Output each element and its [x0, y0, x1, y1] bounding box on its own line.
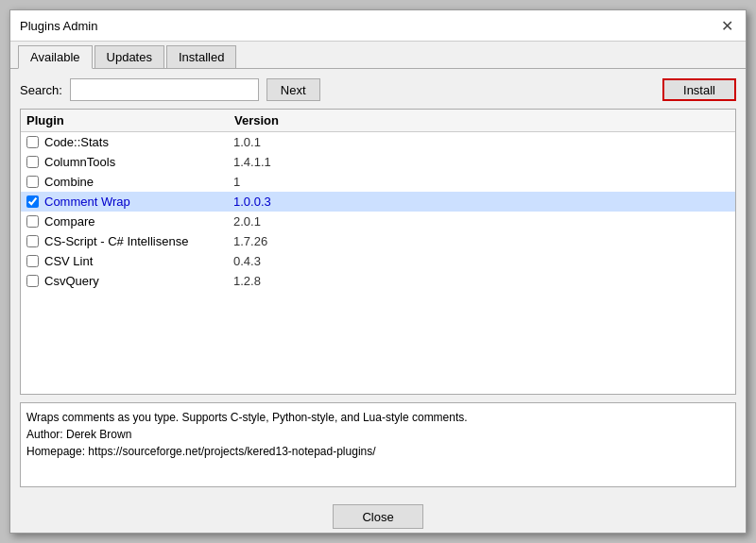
plugin-name: CsvQuery	[44, 274, 233, 288]
description-line: Homepage: https://sourceforge.net/projec…	[26, 443, 730, 460]
table-row[interactable]: CSV Lint0.4.3	[21, 251, 735, 271]
tab-available[interactable]: Available	[18, 45, 93, 69]
description-line: Wraps comments as you type. Supports C-s…	[26, 409, 730, 426]
column-plugin: Plugin	[26, 113, 234, 127]
plugin-list-scroll[interactable]: Code::Stats1.0.1ColumnTools1.4.1.1Combin…	[21, 132, 735, 394]
window-title: Plugins Admin	[20, 19, 97, 33]
plugin-version: 2.0.1	[233, 214, 328, 229]
search-label: Search:	[20, 83, 62, 97]
plugin-checkbox[interactable]	[26, 136, 39, 148]
plugin-version: 1.0.0.3	[233, 195, 328, 209]
window-close-button[interactable]: ✕	[717, 16, 736, 35]
plugin-name: Code::Stats	[44, 135, 233, 149]
column-version: Version	[234, 113, 329, 127]
plugin-checkbox[interactable]	[26, 195, 39, 208]
plugin-version: 1.0.1	[233, 135, 328, 149]
search-row: Search: Next Install	[20, 78, 736, 101]
plugin-name: Comment Wrap	[44, 195, 233, 209]
table-row[interactable]: Combine1	[21, 172, 735, 192]
table-row[interactable]: CsvQuery1.2.8	[21, 271, 735, 291]
plugin-checkbox[interactable]	[26, 275, 39, 287]
plugin-checkbox[interactable]	[26, 176, 39, 188]
plugin-checkbox[interactable]	[26, 156, 39, 168]
plugin-list-header: Plugin Version	[21, 110, 735, 132]
plugin-version: 1.4.1.1	[233, 155, 328, 169]
tab-installed[interactable]: Installed	[166, 45, 236, 68]
tab-bar: Available Updates Installed	[10, 42, 746, 69]
next-button[interactable]: Next	[266, 78, 320, 101]
plugin-version: 1.7.26	[233, 234, 328, 248]
search-input[interactable]	[70, 78, 259, 101]
plugin-checkbox[interactable]	[26, 235, 39, 247]
table-row[interactable]: CS-Script - C# Intellisense1.7.26	[21, 231, 735, 251]
plugin-list-container: Plugin Version Code::Stats1.0.1ColumnToo…	[20, 109, 736, 395]
plugin-version: 0.4.3	[233, 254, 328, 268]
plugin-name: CS-Script - C# Intellisense	[44, 234, 233, 248]
description-line: Author: Derek Brown	[26, 426, 730, 443]
table-row[interactable]: Code::Stats1.0.1	[21, 132, 735, 152]
title-bar: Plugins Admin ✕	[10, 10, 746, 42]
plugins-admin-dialog: Plugins Admin ✕ Available Updates Instal…	[9, 9, 747, 534]
plugin-name: ColumnTools	[44, 155, 233, 169]
plugin-name: CSV Lint	[44, 254, 233, 268]
tab-updates[interactable]: Updates	[94, 45, 164, 68]
plugin-checkbox[interactable]	[26, 255, 39, 267]
main-content: Search: Next Install Plugin Version Code…	[10, 69, 746, 497]
plugin-version: 1.2.8	[233, 274, 328, 288]
table-row[interactable]: Compare2.0.1	[21, 212, 735, 231]
plugin-version: 1	[233, 175, 328, 189]
table-row[interactable]: Comment Wrap1.0.0.3	[21, 192, 735, 212]
plugin-name: Combine	[44, 175, 233, 189]
bottom-row: Close	[10, 497, 746, 533]
plugin-name: Compare	[44, 214, 233, 229]
install-button[interactable]: Install	[662, 78, 736, 101]
table-row[interactable]: ColumnTools1.4.1.1	[21, 152, 735, 172]
description-box: Wraps comments as you type. Supports C-s…	[20, 402, 736, 487]
close-dialog-button[interactable]: Close	[333, 504, 422, 529]
plugin-checkbox[interactable]	[26, 215, 39, 228]
